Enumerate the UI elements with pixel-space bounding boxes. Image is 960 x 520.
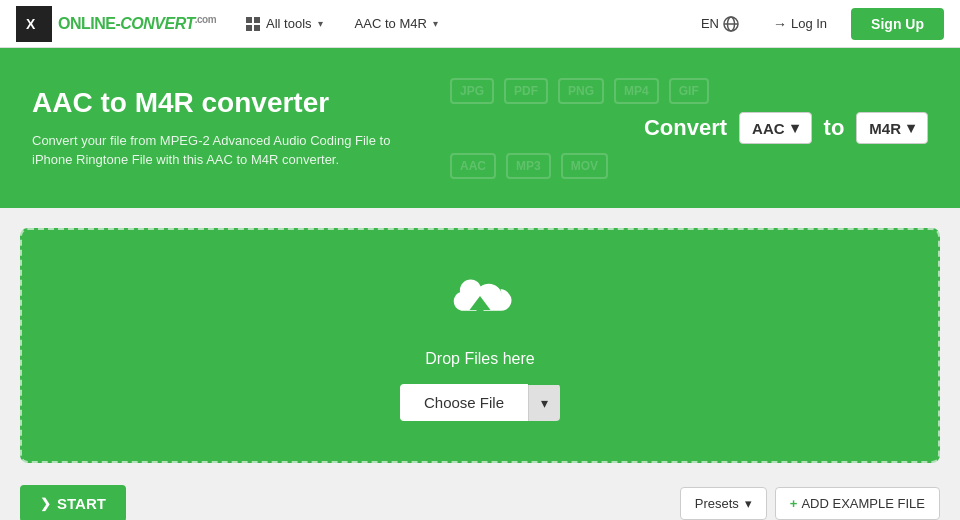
choose-file-dropdown-button[interactable]: ▾ [528, 385, 560, 421]
header: X ONLINE-CONVERT.com All tools ▾ AAC to … [0, 0, 960, 48]
signup-label: Sign Up [871, 16, 924, 32]
choose-file-main-button[interactable]: Choose File [400, 384, 528, 421]
logo: X ONLINE-CONVERT.com [16, 6, 216, 42]
hero-title: AAC to M4R converter [32, 87, 644, 119]
lang-label: EN [701, 16, 719, 31]
login-arrow-icon: → [773, 16, 787, 32]
convert-label: Convert [644, 115, 727, 141]
logo-text: ONLINE-CONVERT.com [58, 14, 216, 33]
all-tools-button[interactable]: All tools ▾ [236, 10, 333, 37]
hero-right: Convert AAC ▾ to M4R ▾ [644, 112, 928, 144]
to-format-select[interactable]: M4R ▾ [856, 112, 928, 144]
hero-left: AAC to M4R converter Convert your file f… [32, 87, 644, 170]
login-label: Log In [791, 16, 827, 31]
to-format-value: M4R [869, 120, 901, 137]
hero-description: Convert your file from MPEG-2 Advanced A… [32, 131, 432, 170]
chevron-down-icon: ▾ [791, 119, 799, 137]
signup-button[interactable]: Sign Up [851, 8, 944, 40]
presets-label: Presets [695, 496, 739, 511]
all-tools-label: All tools [266, 16, 312, 31]
main-content: Drop Files here Choose File ▾ [0, 208, 960, 473]
current-converter-label: AAC to M4R [355, 16, 427, 31]
cloud-upload-icon [445, 270, 515, 334]
language-button[interactable]: EN [691, 10, 749, 38]
chevron-down-icon: ▾ [907, 119, 915, 137]
footer-row: ❯ START Presets ▾ + ADD EXAMPLE FILE [0, 473, 960, 520]
bg-icon-gif: GIF [669, 78, 709, 104]
login-button[interactable]: → Log In [761, 10, 839, 38]
current-converter-button[interactable]: AAC to M4R ▾ [345, 10, 448, 37]
hero-banner: AAC to M4R converter Convert your file f… [0, 48, 960, 208]
start-label: START [57, 495, 106, 512]
globe-icon [723, 16, 739, 32]
svg-text:X: X [26, 16, 36, 32]
chevron-down-icon: ▾ [745, 496, 752, 511]
start-chevron-icon: ❯ [40, 496, 51, 511]
logo-icon: X [16, 6, 52, 42]
from-format-value: AAC [752, 120, 785, 137]
presets-button[interactable]: Presets ▾ [680, 487, 767, 520]
choose-file-button[interactable]: Choose File ▾ [400, 384, 560, 421]
chevron-down-icon: ▾ [318, 18, 323, 29]
drop-zone[interactable]: Drop Files here Choose File ▾ [20, 228, 940, 463]
to-label: to [824, 115, 845, 141]
start-button[interactable]: ❯ START [20, 485, 126, 520]
add-example-label: ADD EXAMPLE FILE [801, 496, 925, 511]
add-example-button[interactable]: + ADD EXAMPLE FILE [775, 487, 940, 520]
from-format-select[interactable]: AAC ▾ [739, 112, 812, 144]
grid-icon [246, 17, 260, 31]
drop-files-text: Drop Files here [425, 350, 534, 368]
plus-icon: + [790, 496, 798, 511]
chevron-down-icon: ▾ [433, 18, 438, 29]
